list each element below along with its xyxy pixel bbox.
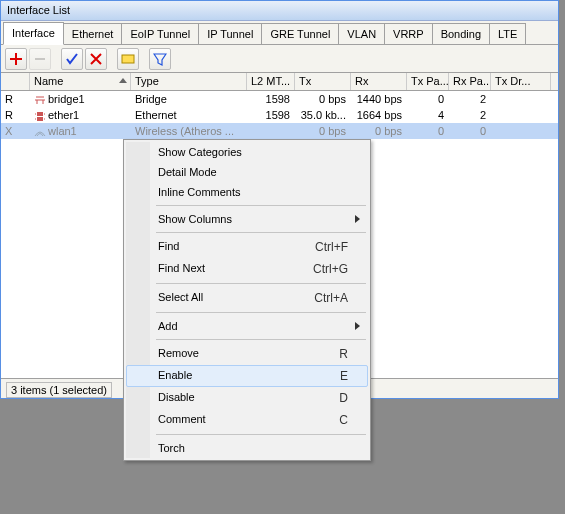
menu-select-all[interactable]: Select AllCtrl+A (126, 287, 368, 309)
tab-eoip-tunnel[interactable]: EoIP Tunnel (121, 23, 199, 44)
table-row[interactable]: X wlan1 Wireless (Atheros ... 0 bps 0 bp… (1, 123, 558, 139)
status-text: 3 items (1 selected) (6, 382, 112, 398)
submenu-arrow-icon (355, 215, 360, 223)
menu-inline-comments[interactable]: Inline Comments (126, 182, 368, 202)
tab-gre-tunnel[interactable]: GRE Tunnel (261, 23, 339, 44)
sort-indicator-icon (119, 78, 127, 83)
svg-rect-1 (37, 112, 43, 116)
menu-torch[interactable]: Torch (126, 438, 368, 458)
cell-rxp: 2 (449, 109, 491, 121)
svg-rect-0 (122, 55, 134, 63)
menu-find-next[interactable]: Find NextCtrl+G (126, 258, 368, 280)
window-title: Interface List (1, 1, 558, 21)
col-rx-packets[interactable]: Rx Pa... (449, 73, 491, 90)
enable-button[interactable] (61, 48, 83, 70)
col-tx-drops[interactable]: Tx Dr... (491, 73, 551, 90)
col-tx-packets[interactable]: Tx Pa... (407, 73, 449, 90)
add-button[interactable] (5, 48, 27, 70)
wireless-icon (34, 127, 46, 137)
menu-remove[interactable]: RemoveR (126, 343, 368, 365)
ethernet-icon (34, 111, 46, 121)
cell-l2: 1598 (247, 93, 295, 105)
cell-rx: 1664 bps (351, 109, 407, 121)
col-flag[interactable] (1, 73, 30, 90)
cell-name: wlan1 (30, 125, 131, 137)
tab-vrrp[interactable]: VRRP (384, 23, 433, 44)
cell-tx: 0 bps (295, 93, 351, 105)
tab-vlan[interactable]: VLAN (338, 23, 385, 44)
col-rx[interactable]: Rx (351, 73, 407, 90)
cell-l2: 1598 (247, 109, 295, 121)
menu-detail-mode[interactable]: Detail Mode (126, 162, 368, 182)
context-menu: Show Categories Detail Mode Inline Comme… (123, 139, 371, 461)
cell-rx: 1440 bps (351, 93, 407, 105)
menu-show-categories[interactable]: Show Categories (126, 142, 368, 162)
tab-bonding[interactable]: Bonding (432, 23, 490, 44)
menu-show-columns[interactable]: Show Columns (126, 209, 368, 229)
cell-flag: R (1, 93, 30, 105)
cell-name: bridge1 (30, 93, 131, 105)
menu-comment[interactable]: CommentC (126, 409, 368, 431)
col-l2mtu[interactable]: L2 MT... (247, 73, 295, 90)
cell-rxp: 0 (449, 125, 491, 137)
tab-ip-tunnel[interactable]: IP Tunnel (198, 23, 262, 44)
tabs-bar: Interface Ethernet EoIP Tunnel IP Tunnel… (1, 21, 558, 45)
cell-type: Ethernet (131, 109, 247, 121)
menu-add[interactable]: Add (126, 316, 368, 336)
bridge-icon (34, 95, 46, 105)
submenu-arrow-icon (355, 322, 360, 330)
col-tx[interactable]: Tx (295, 73, 351, 90)
cell-name: ether1 (30, 109, 131, 121)
cell-type: Bridge (131, 93, 247, 105)
cell-rxp: 2 (449, 93, 491, 105)
cell-flag: R (1, 109, 30, 121)
tab-interface[interactable]: Interface (3, 22, 64, 45)
cell-tx: 0 bps (295, 125, 351, 137)
disable-button[interactable] (85, 48, 107, 70)
table-row[interactable]: R bridge1 Bridge 1598 0 bps 1440 bps 0 2 (1, 91, 558, 107)
menu-find[interactable]: FindCtrl+F (126, 236, 368, 258)
toolbar (1, 45, 558, 73)
tab-ethernet[interactable]: Ethernet (63, 23, 123, 44)
menu-enable[interactable]: EnableE (126, 365, 368, 387)
svg-rect-2 (37, 117, 43, 121)
remove-button[interactable] (29, 48, 51, 70)
table-header: Name Type L2 MT... Tx Rx Tx Pa... Rx Pa.… (1, 73, 558, 91)
tab-lte[interactable]: LTE (489, 23, 526, 44)
cell-txp: 0 (407, 125, 449, 137)
filter-button[interactable] (149, 48, 171, 70)
menu-disable[interactable]: DisableD (126, 387, 368, 409)
cell-tx: 35.0 kb... (295, 109, 351, 121)
cell-type: Wireless (Atheros ... (131, 125, 247, 137)
cell-txp: 4 (407, 109, 449, 121)
comment-button[interactable] (117, 48, 139, 70)
col-name[interactable]: Name (30, 73, 131, 90)
interface-table: Name Type L2 MT... Tx Rx Tx Pa... Rx Pa.… (1, 73, 558, 139)
col-type[interactable]: Type (131, 73, 247, 90)
cell-flag: X (1, 125, 30, 137)
table-row[interactable]: R ether1 Ethernet 1598 35.0 kb... 1664 b… (1, 107, 558, 123)
cell-rx: 0 bps (351, 125, 407, 137)
cell-txp: 0 (407, 93, 449, 105)
